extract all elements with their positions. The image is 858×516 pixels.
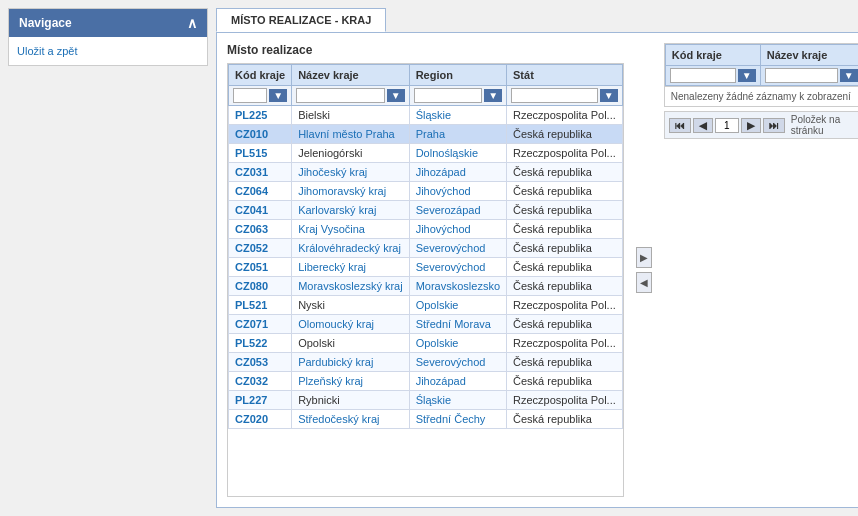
table-row[interactable]: CZ071Olomoucký krajStřední MoravaČeská r…	[229, 315, 623, 334]
table-row[interactable]: CZ064Jihomoravský krajJihovýchodČeská re…	[229, 182, 623, 201]
cell-kod: CZ032	[229, 372, 292, 391]
expand-btn[interactable]: ▶	[636, 247, 652, 268]
collapse-btn[interactable]: ◀	[636, 272, 652, 293]
no-records-msg: Nenalezeny žádné záznamy k zobrazení	[664, 87, 858, 107]
table-row[interactable]: CZ010Hlavní město PrahaPrahaČeská republ…	[229, 125, 623, 144]
table-row[interactable]: CZ041Karlovarský krajSeverozápadČeská re…	[229, 201, 623, 220]
table-row[interactable]: PL522OpolskiOpolskieRzeczpospolita Pol..…	[229, 334, 623, 353]
cell-region: Śląskie	[409, 391, 506, 410]
cell-nazev: Bielski	[292, 106, 410, 125]
cell-nazev: Liberecký kraj	[292, 258, 410, 277]
cell-region: Jihozápad	[409, 372, 506, 391]
cell-kod: PL522	[229, 334, 292, 353]
sidebar-item-save-back[interactable]: Uložit a zpět	[17, 45, 78, 57]
cell-stat: Rzeczpospolita Pol...	[507, 144, 623, 163]
cell-stat: Česká republika	[507, 315, 623, 334]
filter-input-region[interactable]	[414, 88, 482, 103]
cell-stat: Rzeczpospolita Pol...	[507, 296, 623, 315]
filter-nazev: ▼	[292, 86, 410, 106]
cell-nazev: Jeleniogórski	[292, 144, 410, 163]
cell-kod: PL521	[229, 296, 292, 315]
cell-nazev: Středočeský kraj	[292, 410, 410, 429]
right-filter-input-kod[interactable]	[670, 68, 736, 83]
cell-region: Opolskie	[409, 296, 506, 315]
cell-stat: Česká republika	[507, 201, 623, 220]
cell-kod: CZ031	[229, 163, 292, 182]
cell-stat: Česká republika	[507, 182, 623, 201]
col-header-kod: Kód kraje	[229, 65, 292, 86]
col-header-nazev: Název kraje	[292, 65, 410, 86]
cell-nazev: Jihomoravský kraj	[292, 182, 410, 201]
cell-stat: Rzeczpospolita Pol...	[507, 391, 623, 410]
filter-input-stat[interactable]	[511, 88, 598, 103]
filter-input-kod[interactable]	[233, 88, 267, 103]
cell-stat: Rzeczpospolita Pol...	[507, 334, 623, 353]
cell-region: Dolnośląskie	[409, 144, 506, 163]
cell-region: Śląskie	[409, 106, 506, 125]
table-row[interactable]: CZ063Kraj VysočinaJihovýchodČeská republ…	[229, 220, 623, 239]
cell-nazev: Jihočeský kraj	[292, 163, 410, 182]
cell-region: Jihovýchod	[409, 182, 506, 201]
table-row[interactable]: PL227RybnickiŚląskieRzeczpospolita Pol..…	[229, 391, 623, 410]
pag-next-btn[interactable]: ▶	[741, 118, 761, 133]
table-row[interactable]: CZ031Jihočeský krajJihozápadČeská republ…	[229, 163, 623, 182]
cell-region: Moravskoslezsko	[409, 277, 506, 296]
pag-page-input[interactable]	[715, 118, 739, 133]
cell-nazev: Plzeňský kraj	[292, 372, 410, 391]
table-row[interactable]: PL515JeleniogórskiDolnośląskieRzeczpospo…	[229, 144, 623, 163]
sidebar-collapse-icon[interactable]: ∧	[187, 15, 197, 31]
table-row[interactable]: PL225BielskiŚląskieRzeczpospolita Pol...	[229, 106, 623, 125]
pag-first-btn[interactable]: ⏮	[669, 118, 691, 133]
cell-kod: PL227	[229, 391, 292, 410]
left-section: Místo realizace Kód kraje Název kraje Re…	[227, 43, 624, 497]
cell-nazev: Rybnicki	[292, 391, 410, 410]
cell-kod: PL515	[229, 144, 292, 163]
main-table-wrapper[interactable]: Kód kraje Název kraje Region Stát ▼	[227, 63, 624, 497]
filter-btn-kod[interactable]: ▼	[269, 89, 287, 102]
filter-btn-region[interactable]: ▼	[484, 89, 502, 102]
filter-btn-nazev[interactable]: ▼	[387, 89, 405, 102]
table-row[interactable]: CZ032Plzeňský krajJihozápadČeská republi…	[229, 372, 623, 391]
filter-region: ▼	[409, 86, 506, 106]
main-table: Kód kraje Název kraje Region Stát ▼	[228, 64, 623, 429]
cell-kod: CZ051	[229, 258, 292, 277]
cell-kod: CZ052	[229, 239, 292, 258]
right-filter-input-nazev[interactable]	[765, 68, 838, 83]
filter-btn-stat[interactable]: ▼	[600, 89, 618, 102]
cell-stat: Česká republika	[507, 353, 623, 372]
cell-region: Severovýchod	[409, 239, 506, 258]
sidebar-content: Uložit a zpět	[9, 37, 207, 65]
table-row[interactable]: CZ052Královéhradecký krajSeverovýchodČes…	[229, 239, 623, 258]
main-table-header-row: Kód kraje Název kraje Region Stát	[229, 65, 623, 86]
right-filter-btn-kod[interactable]: ▼	[738, 69, 756, 82]
cell-kod: CZ041	[229, 201, 292, 220]
right-col-header-kod: Kód kraje	[665, 45, 760, 66]
cell-region: Střední Čechy	[409, 410, 506, 429]
per-page-label: Položek na stránku	[791, 114, 858, 136]
table-row[interactable]: PL521NyskiOpolskieRzeczpospolita Pol...	[229, 296, 623, 315]
sidebar-title: Navigace	[19, 16, 72, 30]
cell-kod: CZ071	[229, 315, 292, 334]
cell-nazev: Pardubický kraj	[292, 353, 410, 372]
sidebar-header: Navigace ∧	[9, 9, 207, 37]
table-row[interactable]: CZ080Moravskoslezský krajMoravskoslezsko…	[229, 277, 623, 296]
mid-controls: ▶ ◀	[634, 43, 654, 497]
cell-nazev: Karlovarský kraj	[292, 201, 410, 220]
pag-last-btn[interactable]: ⏭	[763, 118, 785, 133]
cell-kod: PL225	[229, 106, 292, 125]
table-row[interactable]: CZ053Pardubický krajSeverovýchodČeská re…	[229, 353, 623, 372]
table-row[interactable]: CZ051Liberecký krajSeverovýchodČeská rep…	[229, 258, 623, 277]
right-table-wrapper[interactable]: Kód kraje Název kraje ▼	[664, 43, 858, 87]
filter-input-nazev[interactable]	[296, 88, 385, 103]
table-row[interactable]: CZ020Středočeský krajStřední ČechyČeská …	[229, 410, 623, 429]
right-filter-btn-nazev[interactable]: ▼	[840, 69, 858, 82]
pag-prev-btn[interactable]: ◀	[693, 118, 713, 133]
section-title: Místo realizace	[227, 43, 624, 57]
cell-kod: CZ064	[229, 182, 292, 201]
cell-stat: Česká republika	[507, 220, 623, 239]
cell-stat: Česká republika	[507, 125, 623, 144]
panel: Místo realizace Kód kraje Název kraje Re…	[216, 32, 858, 508]
tab-misto-realizace[interactable]: MÍSTO REALIZACE - KRAJ	[216, 8, 386, 32]
main-content: MÍSTO REALIZACE - KRAJ Místo realizace K…	[216, 0, 858, 516]
col-header-stat: Stát	[507, 65, 623, 86]
